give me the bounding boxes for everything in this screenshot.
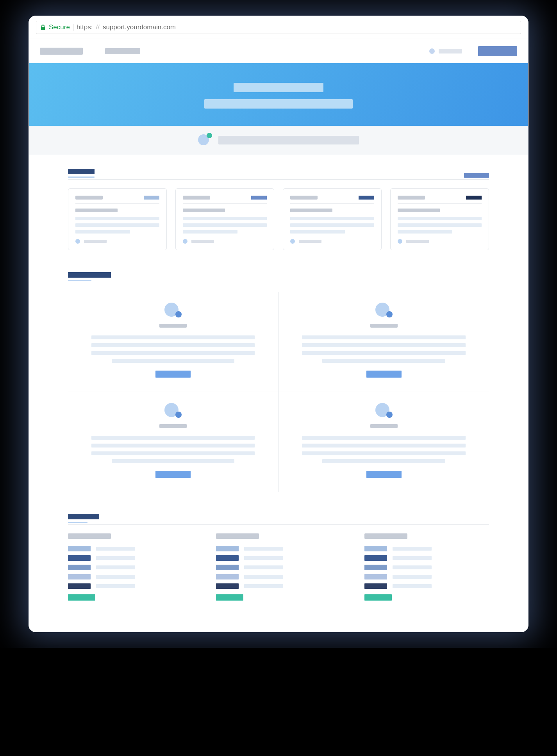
more-button[interactable] (364, 594, 392, 601)
ticket-cards (68, 188, 489, 250)
ticket-card[interactable] (68, 188, 167, 250)
card-text-line (290, 223, 374, 227)
column-heading (364, 533, 407, 539)
list-item-text (96, 547, 135, 551)
list-item[interactable] (364, 565, 489, 570)
nav-link[interactable] (105, 48, 140, 54)
category-cell (278, 292, 489, 392)
list-item[interactable] (68, 565, 193, 570)
divider (470, 46, 470, 56)
card-text-line (183, 217, 267, 220)
list-item-text (244, 584, 283, 588)
list-item[interactable] (364, 583, 489, 589)
category-title (370, 324, 398, 328)
tag-badge (216, 574, 239, 579)
more-button[interactable] (216, 594, 243, 601)
tag-badge (68, 565, 91, 570)
card-text-line (398, 223, 482, 227)
hero-title (234, 83, 323, 92)
tag-badge (364, 565, 387, 570)
url-protocol: https: (77, 23, 93, 31)
card-title (183, 196, 210, 200)
search-icon (198, 134, 211, 147)
category-cta-button[interactable] (366, 471, 402, 478)
list-item-text (244, 556, 283, 560)
list-columns (68, 533, 489, 601)
author-avatar-icon (398, 239, 402, 244)
section-header (68, 272, 489, 283)
list-column (364, 533, 489, 601)
hero-banner (29, 63, 528, 126)
primary-action-button[interactable] (478, 46, 517, 56)
text-line (112, 359, 234, 363)
list-item[interactable] (364, 555, 489, 561)
list-column (216, 533, 341, 601)
list-item[interactable] (216, 546, 341, 551)
text-line (91, 351, 255, 355)
url-input[interactable]: Secure https: // support.yourdomain.com (36, 21, 521, 34)
ticket-card[interactable] (390, 188, 489, 250)
view-all-link[interactable] (464, 173, 489, 178)
list-item[interactable] (68, 555, 193, 561)
site-logo[interactable] (40, 48, 83, 55)
status-badge (359, 196, 374, 200)
list-item-text (393, 575, 432, 579)
author-avatar-icon (75, 239, 80, 244)
text-line (302, 351, 466, 355)
section-header (68, 169, 489, 180)
category-cta-button[interactable] (155, 471, 191, 478)
card-subtitle (183, 209, 225, 212)
list-item-text (393, 565, 432, 569)
category-icon (164, 303, 182, 320)
category-grid (68, 292, 489, 492)
ticket-card[interactable] (175, 188, 274, 250)
text-line (322, 359, 445, 363)
list-item[interactable] (68, 546, 193, 551)
ticket-card[interactable] (283, 188, 382, 250)
tag-badge (68, 583, 91, 589)
list-item[interactable] (364, 574, 489, 579)
search-input[interactable] (218, 136, 359, 144)
list-item-text (96, 584, 135, 588)
tag-badge (364, 555, 387, 561)
list-item-text (393, 547, 432, 551)
category-cta-button[interactable] (155, 371, 191, 378)
section-underline (68, 280, 91, 281)
list-item-text (393, 584, 432, 588)
card-text-line (75, 217, 159, 220)
column-heading (68, 533, 111, 539)
section-underline (68, 522, 87, 523)
text-line (322, 459, 445, 463)
list-item-text (244, 565, 283, 569)
list-item[interactable] (68, 574, 193, 579)
secure-label: Secure (49, 23, 70, 31)
card-text-line (290, 230, 345, 234)
top-nav (29, 39, 528, 63)
section-header (68, 514, 489, 525)
list-column (68, 533, 193, 601)
category-cell (278, 392, 489, 492)
list-item[interactable] (216, 565, 341, 570)
tag-badge (216, 546, 239, 551)
card-author (84, 240, 107, 243)
list-item[interactable] (216, 583, 341, 589)
user-name (439, 49, 462, 53)
card-author (299, 240, 321, 243)
author-avatar-icon (290, 239, 295, 244)
card-subtitle (75, 209, 118, 212)
section-underline (68, 177, 95, 178)
user-menu[interactable] (429, 48, 462, 54)
more-button[interactable] (68, 594, 95, 601)
card-text-line (398, 230, 452, 234)
list-item[interactable] (364, 546, 489, 551)
category-icon (164, 403, 182, 420)
hero-subtitle (204, 99, 353, 109)
tag-badge (216, 565, 239, 570)
category-cta-button[interactable] (366, 371, 402, 378)
avatar-icon (429, 48, 435, 54)
list-item[interactable] (216, 574, 341, 579)
text-line (91, 444, 255, 448)
card-title (290, 196, 318, 200)
list-item[interactable] (68, 583, 193, 589)
list-item[interactable] (216, 555, 341, 561)
